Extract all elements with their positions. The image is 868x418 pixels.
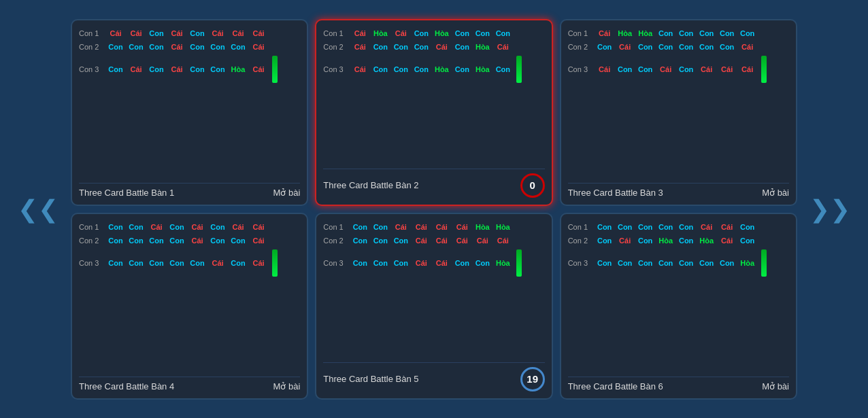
cell-6-1-4: Con [677, 236, 696, 245]
cell-2-0-5: Con [452, 29, 471, 38]
cell-5-0-5: Cái [452, 222, 471, 232]
table-card-3[interactable]: Con 1CáiHòaHòaConConConConConCon 2ConCái… [560, 19, 797, 206]
bar-indicator-4 [272, 249, 278, 277]
cell-5-2-7: Hòa [493, 258, 512, 268]
cell-6-1-3: Hòa [656, 236, 675, 245]
cell-1-2-6: Hòa [229, 65, 248, 74]
cell-5-1-7: Cái [493, 236, 512, 245]
cell-4-1-4: Cái [188, 236, 207, 245]
row-5-0: Con 1ConConCáiCáiCáiCáiHòaHòa [323, 222, 544, 232]
cell-1-2-5: Con [208, 65, 227, 74]
status-text-1: Mở bài [273, 188, 301, 198]
table-card-6[interactable]: Con 1ConConConConConCáiCáiConCon 2ConCái… [560, 213, 797, 400]
cell-3-1-7: Cái [738, 42, 757, 52]
status-badge-2: 0 [520, 173, 545, 198]
cell-6-2-6: Con [718, 258, 737, 268]
cell-3-2-3: Cái [656, 65, 675, 74]
rows-area-5: Con 1ConConCáiCáiCáiCáiHòaHòaCon 2ConCon… [323, 222, 544, 355]
cell-4-1-2: Con [147, 236, 166, 245]
cell-2-0-6: Con [473, 29, 492, 38]
rows-area-1: Con 1CáiCáiConCáiConCáiCáiCáiCon 2ConCon… [79, 29, 300, 176]
status-badge-5: 19 [520, 367, 545, 391]
cell-3-2-1: Con [616, 65, 635, 74]
cell-6-0-1: Con [616, 222, 635, 232]
cell-1-0-2: Con [147, 29, 166, 38]
cell-3-1-4: Con [677, 42, 696, 52]
row-label-3-2: Con 3 [568, 65, 594, 73]
table-card-4[interactable]: Con 1ConConCáiConCáiConCáiCáiCon 2ConCon… [71, 213, 308, 400]
cell-4-0-1: Con [127, 222, 146, 232]
row-6-0: Con 1ConConConConConCáiCáiCon [568, 222, 789, 232]
row-label-3-1: Con 2 [568, 43, 594, 51]
cell-3-0-4: Con [677, 29, 696, 38]
cell-4-2-4: Con [188, 258, 207, 268]
footer-text-2: Three Card Battle Bàn 2 [323, 180, 418, 190]
cell-2-1-1: Con [371, 42, 390, 52]
cell-4-1-7: Cái [249, 236, 268, 245]
main-container: ❮❮ Con 1CáiCáiConCáiConCáiCáiCáiCon 2Con… [12, 12, 856, 406]
cell-2-1-2: Con [391, 42, 410, 52]
row-label-2-0: Con 1 [323, 29, 349, 37]
card-footer-6: Three Card Battle Bàn 6Mở bài [568, 377, 789, 391]
cell-5-2-2: Con [391, 258, 410, 268]
table-card-2[interactable]: Con 1CáiHòaCáiConHòaConConConCon 2CáiCon… [315, 19, 552, 206]
cell-3-1-5: Con [697, 42, 716, 52]
row-label-2-2: Con 3 [323, 65, 349, 73]
cell-2-2-0: Cái [350, 65, 369, 74]
left-arrow[interactable]: ❮❮ [12, 195, 64, 224]
cell-2-2-1: Con [371, 65, 390, 74]
cell-2-2-5: Con [452, 65, 471, 74]
row-label-1-2: Con 3 [79, 65, 105, 73]
cell-4-2-3: Con [167, 258, 186, 268]
cell-3-0-1: Hòa [616, 29, 635, 38]
cell-2-0-0: Cái [350, 29, 369, 38]
cell-4-2-1: Con [127, 258, 146, 268]
cell-5-0-6: Hòa [473, 222, 492, 232]
row-label-1-1: Con 2 [79, 43, 105, 51]
table-card-1[interactable]: Con 1CáiCáiConCáiConCáiCáiCáiCon 2ConCon… [71, 19, 308, 206]
cell-1-1-6: Con [229, 42, 248, 52]
cell-3-0-0: Cái [595, 29, 614, 38]
status-text-3: Mở bài [762, 188, 789, 198]
cell-5-1-2: Con [391, 236, 410, 245]
cell-2-0-7: Con [493, 29, 512, 38]
row-4-1: Con 2ConConConConCáiConConCái [79, 236, 300, 245]
cell-6-0-0: Con [595, 222, 614, 232]
cell-5-2-0: Con [350, 258, 369, 268]
row-label-2-1: Con 2 [323, 43, 349, 51]
footer-text-1: Three Card Battle Bàn 1 [79, 188, 174, 198]
rows-area-4: Con 1ConConCáiConCáiConCáiCáiCon 2ConCon… [79, 222, 300, 370]
cell-2-0-4: Hòa [432, 29, 451, 38]
cell-2-2-6: Hòa [473, 65, 492, 74]
cell-2-1-7: Cái [493, 42, 512, 52]
cell-1-1-4: Con [188, 42, 207, 52]
cell-1-0-0: Cái [106, 29, 125, 38]
cell-4-0-5: Con [208, 222, 227, 232]
cell-2-2-7: Con [493, 65, 512, 74]
card-footer-3: Three Card Battle Bàn 3Mở bài [568, 183, 789, 198]
cell-2-1-5: Con [452, 42, 471, 52]
row-label-4-0: Con 1 [79, 223, 105, 231]
cell-2-0-1: Hòa [371, 29, 390, 38]
table-card-5[interactable]: Con 1ConConCáiCáiCáiCáiHòaHòaCon 2ConCon… [315, 213, 552, 400]
status-text-4: Mở bài [273, 381, 301, 391]
row-1-0: Con 1CáiCáiConCáiConCáiCáiCái [79, 29, 300, 38]
cell-3-2-7: Cái [738, 65, 757, 74]
cell-6-2-7: Hòa [738, 258, 757, 268]
cell-6-2-0: Con [595, 258, 614, 268]
row-6-1: Con 2ConCáiConHòaConHòaCáiCon [568, 236, 789, 245]
cell-6-1-6: Cái [718, 236, 737, 245]
right-arrow[interactable]: ❯❯ [804, 195, 856, 224]
cell-1-0-7: Cái [249, 29, 268, 38]
cell-4-0-6: Cái [229, 222, 248, 232]
cell-1-2-0: Con [106, 65, 125, 74]
cell-5-0-2: Cái [391, 222, 410, 232]
cell-6-0-3: Con [656, 222, 675, 232]
cell-5-1-0: Con [350, 236, 369, 245]
cell-4-2-0: Con [106, 258, 125, 268]
row-label-3-0: Con 1 [568, 29, 594, 37]
cell-2-1-6: Hòa [473, 42, 492, 52]
cell-4-1-5: Con [208, 236, 227, 245]
cell-6-2-3: Con [656, 258, 675, 268]
cell-3-2-5: Cái [697, 65, 716, 74]
